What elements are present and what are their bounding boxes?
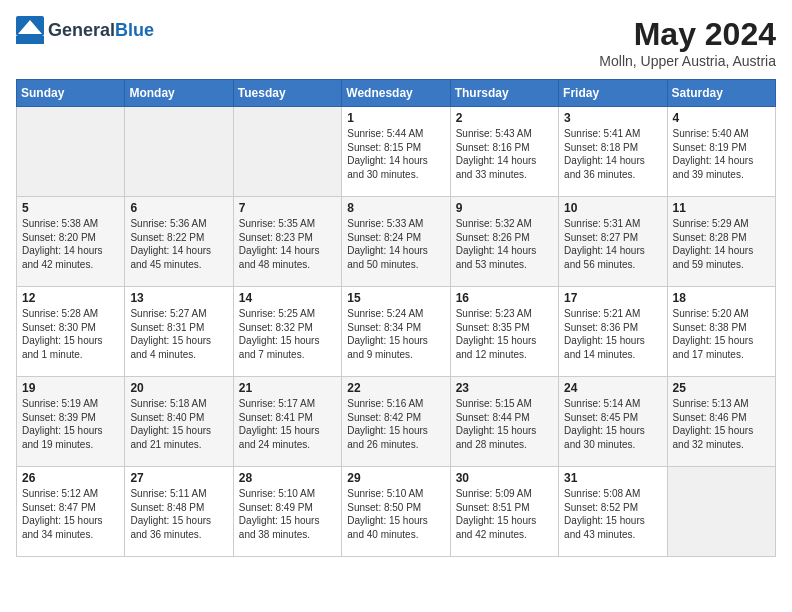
day-number: 24: [564, 381, 661, 395]
day-number: 6: [130, 201, 227, 215]
day-header-sunday: Sunday: [17, 80, 125, 107]
calendar-cell: 9Sunrise: 5:32 AM Sunset: 8:26 PM Daylig…: [450, 197, 558, 287]
calendar-cell: [125, 107, 233, 197]
page-header: GeneralBlue May 2024 Molln, Upper Austri…: [16, 16, 776, 69]
logo: GeneralBlue: [16, 16, 154, 44]
title-block: May 2024 Molln, Upper Austria, Austria: [599, 16, 776, 69]
calendar-cell: 15Sunrise: 5:24 AM Sunset: 8:34 PM Dayli…: [342, 287, 450, 377]
calendar-cell: 17Sunrise: 5:21 AM Sunset: 8:36 PM Dayli…: [559, 287, 667, 377]
calendar-cell: 3Sunrise: 5:41 AM Sunset: 8:18 PM Daylig…: [559, 107, 667, 197]
day-number: 10: [564, 201, 661, 215]
day-number: 30: [456, 471, 553, 485]
day-content: Sunrise: 5:21 AM Sunset: 8:36 PM Dayligh…: [564, 307, 661, 361]
day-number: 29: [347, 471, 444, 485]
week-row-4: 19Sunrise: 5:19 AM Sunset: 8:39 PM Dayli…: [17, 377, 776, 467]
calendar-cell: 18Sunrise: 5:20 AM Sunset: 8:38 PM Dayli…: [667, 287, 775, 377]
day-header-saturday: Saturday: [667, 80, 775, 107]
day-number: 16: [456, 291, 553, 305]
day-number: 20: [130, 381, 227, 395]
calendar-cell: 8Sunrise: 5:33 AM Sunset: 8:24 PM Daylig…: [342, 197, 450, 287]
calendar-cell: [233, 107, 341, 197]
header-row: SundayMondayTuesdayWednesdayThursdayFrid…: [17, 80, 776, 107]
calendar-cell: 4Sunrise: 5:40 AM Sunset: 8:19 PM Daylig…: [667, 107, 775, 197]
calendar-cell: 16Sunrise: 5:23 AM Sunset: 8:35 PM Dayli…: [450, 287, 558, 377]
day-number: 27: [130, 471, 227, 485]
day-content: Sunrise: 5:36 AM Sunset: 8:22 PM Dayligh…: [130, 217, 227, 271]
logo-text: GeneralBlue: [48, 20, 154, 41]
day-content: Sunrise: 5:28 AM Sunset: 8:30 PM Dayligh…: [22, 307, 119, 361]
day-number: 25: [673, 381, 770, 395]
day-header-friday: Friday: [559, 80, 667, 107]
day-content: Sunrise: 5:10 AM Sunset: 8:49 PM Dayligh…: [239, 487, 336, 541]
day-content: Sunrise: 5:14 AM Sunset: 8:45 PM Dayligh…: [564, 397, 661, 451]
svg-rect-2: [16, 36, 44, 44]
location: Molln, Upper Austria, Austria: [599, 53, 776, 69]
calendar-cell: 30Sunrise: 5:09 AM Sunset: 8:51 PM Dayli…: [450, 467, 558, 557]
calendar-cell: 6Sunrise: 5:36 AM Sunset: 8:22 PM Daylig…: [125, 197, 233, 287]
day-content: Sunrise: 5:20 AM Sunset: 8:38 PM Dayligh…: [673, 307, 770, 361]
day-content: Sunrise: 5:29 AM Sunset: 8:28 PM Dayligh…: [673, 217, 770, 271]
day-content: Sunrise: 5:38 AM Sunset: 8:20 PM Dayligh…: [22, 217, 119, 271]
week-row-5: 26Sunrise: 5:12 AM Sunset: 8:47 PM Dayli…: [17, 467, 776, 557]
day-content: Sunrise: 5:35 AM Sunset: 8:23 PM Dayligh…: [239, 217, 336, 271]
calendar-cell: 19Sunrise: 5:19 AM Sunset: 8:39 PM Dayli…: [17, 377, 125, 467]
day-number: 13: [130, 291, 227, 305]
day-number: 12: [22, 291, 119, 305]
day-number: 23: [456, 381, 553, 395]
day-content: Sunrise: 5:40 AM Sunset: 8:19 PM Dayligh…: [673, 127, 770, 181]
day-content: Sunrise: 5:16 AM Sunset: 8:42 PM Dayligh…: [347, 397, 444, 451]
day-content: Sunrise: 5:44 AM Sunset: 8:15 PM Dayligh…: [347, 127, 444, 181]
calendar-cell: 24Sunrise: 5:14 AM Sunset: 8:45 PM Dayli…: [559, 377, 667, 467]
calendar-cell: 2Sunrise: 5:43 AM Sunset: 8:16 PM Daylig…: [450, 107, 558, 197]
day-content: Sunrise: 5:18 AM Sunset: 8:40 PM Dayligh…: [130, 397, 227, 451]
day-number: 11: [673, 201, 770, 215]
calendar-cell: 20Sunrise: 5:18 AM Sunset: 8:40 PM Dayli…: [125, 377, 233, 467]
calendar-cell: 28Sunrise: 5:10 AM Sunset: 8:49 PM Dayli…: [233, 467, 341, 557]
week-row-1: 1Sunrise: 5:44 AM Sunset: 8:15 PM Daylig…: [17, 107, 776, 197]
calendar-cell: 10Sunrise: 5:31 AM Sunset: 8:27 PM Dayli…: [559, 197, 667, 287]
week-row-3: 12Sunrise: 5:28 AM Sunset: 8:30 PM Dayli…: [17, 287, 776, 377]
day-header-tuesday: Tuesday: [233, 80, 341, 107]
day-number: 8: [347, 201, 444, 215]
day-number: 14: [239, 291, 336, 305]
month-year: May 2024: [599, 16, 776, 53]
calendar-cell: 12Sunrise: 5:28 AM Sunset: 8:30 PM Dayli…: [17, 287, 125, 377]
day-number: 19: [22, 381, 119, 395]
day-number: 26: [22, 471, 119, 485]
day-content: Sunrise: 5:17 AM Sunset: 8:41 PM Dayligh…: [239, 397, 336, 451]
calendar-cell: 25Sunrise: 5:13 AM Sunset: 8:46 PM Dayli…: [667, 377, 775, 467]
day-number: 28: [239, 471, 336, 485]
day-number: 7: [239, 201, 336, 215]
logo-blue: Blue: [115, 20, 154, 40]
day-content: Sunrise: 5:08 AM Sunset: 8:52 PM Dayligh…: [564, 487, 661, 541]
calendar-cell: 23Sunrise: 5:15 AM Sunset: 8:44 PM Dayli…: [450, 377, 558, 467]
day-header-wednesday: Wednesday: [342, 80, 450, 107]
calendar-cell: 26Sunrise: 5:12 AM Sunset: 8:47 PM Dayli…: [17, 467, 125, 557]
day-number: 4: [673, 111, 770, 125]
calendar-cell: 21Sunrise: 5:17 AM Sunset: 8:41 PM Dayli…: [233, 377, 341, 467]
calendar-cell: 11Sunrise: 5:29 AM Sunset: 8:28 PM Dayli…: [667, 197, 775, 287]
calendar-cell: 27Sunrise: 5:11 AM Sunset: 8:48 PM Dayli…: [125, 467, 233, 557]
day-number: 2: [456, 111, 553, 125]
calendar-cell: 31Sunrise: 5:08 AM Sunset: 8:52 PM Dayli…: [559, 467, 667, 557]
day-content: Sunrise: 5:12 AM Sunset: 8:47 PM Dayligh…: [22, 487, 119, 541]
calendar-cell: 14Sunrise: 5:25 AM Sunset: 8:32 PM Dayli…: [233, 287, 341, 377]
day-content: Sunrise: 5:43 AM Sunset: 8:16 PM Dayligh…: [456, 127, 553, 181]
calendar-cell: 7Sunrise: 5:35 AM Sunset: 8:23 PM Daylig…: [233, 197, 341, 287]
day-content: Sunrise: 5:09 AM Sunset: 8:51 PM Dayligh…: [456, 487, 553, 541]
calendar-table: SundayMondayTuesdayWednesdayThursdayFrid…: [16, 79, 776, 557]
day-number: 3: [564, 111, 661, 125]
day-number: 22: [347, 381, 444, 395]
day-content: Sunrise: 5:32 AM Sunset: 8:26 PM Dayligh…: [456, 217, 553, 271]
day-content: Sunrise: 5:27 AM Sunset: 8:31 PM Dayligh…: [130, 307, 227, 361]
calendar-cell: 22Sunrise: 5:16 AM Sunset: 8:42 PM Dayli…: [342, 377, 450, 467]
day-content: Sunrise: 5:15 AM Sunset: 8:44 PM Dayligh…: [456, 397, 553, 451]
day-number: 9: [456, 201, 553, 215]
day-content: Sunrise: 5:31 AM Sunset: 8:27 PM Dayligh…: [564, 217, 661, 271]
logo-icon: [16, 16, 44, 44]
calendar-header: SundayMondayTuesdayWednesdayThursdayFrid…: [17, 80, 776, 107]
day-content: Sunrise: 5:41 AM Sunset: 8:18 PM Dayligh…: [564, 127, 661, 181]
day-number: 1: [347, 111, 444, 125]
day-content: Sunrise: 5:33 AM Sunset: 8:24 PM Dayligh…: [347, 217, 444, 271]
calendar-cell: [17, 107, 125, 197]
